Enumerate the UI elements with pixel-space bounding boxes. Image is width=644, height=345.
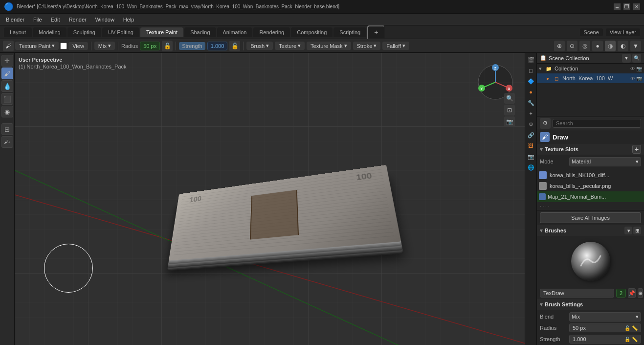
- close-button[interactable]: ✕: [633, 3, 640, 10]
- tab-rendering[interactable]: Rendering: [253, 27, 290, 37]
- shading-material[interactable]: ◑: [605, 41, 616, 51]
- props-icon-bar: ⚙: [540, 118, 551, 129]
- add-slot-button[interactable]: +: [632, 145, 641, 154]
- view-button[interactable]: View: [68, 42, 88, 50]
- zoom-fit-button[interactable]: ⊡: [504, 105, 515, 115]
- tab-modeling[interactable]: Modeling: [33, 27, 67, 37]
- brushes-section: ▾ Brushes ▾ ⊞: [537, 225, 644, 287]
- object-visibility-toggle[interactable]: 👁: [630, 76, 635, 81]
- object-icon[interactable]: ◻: [526, 66, 536, 75]
- tab-scripting[interactable]: Scripting: [333, 27, 366, 37]
- menu-edit[interactable]: Edit: [47, 16, 64, 23]
- tab-uv-editing[interactable]: UV Editing: [102, 27, 139, 37]
- menu-help[interactable]: Help: [119, 16, 138, 23]
- texture-paint-icon[interactable]: 🖼: [526, 141, 536, 151]
- stroke-button[interactable]: Stroke ▾: [353, 42, 381, 50]
- brushes-more-icon[interactable]: ▾: [624, 227, 632, 234]
- outliner-object-row[interactable]: ▸ ◻ North_Korea_100_W 👁 📷: [537, 73, 644, 83]
- physics-icon[interactable]: ⚙: [526, 119, 536, 129]
- tab-layout[interactable]: Layout: [4, 27, 32, 37]
- fill-tool[interactable]: 💧: [1, 80, 13, 92]
- tab-compositing[interactable]: Compositing: [291, 27, 333, 37]
- outliner-filter[interactable]: ▼: [622, 54, 631, 63]
- tab-sculpting[interactable]: Sculpting: [67, 27, 101, 37]
- overlay-toggle[interactable]: ⊙: [567, 41, 577, 51]
- smear-tool[interactable]: ◉: [1, 106, 13, 117]
- strength-lock-icon[interactable]: 🔓: [229, 41, 240, 51]
- texture-button[interactable]: Texture ▾: [275, 42, 305, 50]
- collection-visibility-toggle[interactable]: 👁: [630, 66, 635, 71]
- paint-tool[interactable]: 🖌: [1, 68, 13, 79]
- brush-name-input[interactable]: [540, 289, 614, 298]
- brush-button[interactable]: Brush ▾: [246, 42, 273, 50]
- zoom-in-button[interactable]: 🔍: [504, 93, 515, 104]
- filter-button[interactable]: ▼: [630, 41, 641, 51]
- mix-button[interactable]: Mix ▾: [94, 42, 115, 50]
- modifier-icon[interactable]: 🔧: [526, 98, 536, 108]
- brushes-grid-icon[interactable]: ⊞: [633, 227, 641, 234]
- blend-row: Blend Mix ▾: [540, 312, 641, 322]
- menu-window[interactable]: Window: [91, 16, 118, 23]
- outliner-search[interactable]: 🔍: [632, 54, 641, 63]
- radius-value[interactable]: 50 px: [140, 42, 160, 50]
- constraints-icon[interactable]: 🔗: [526, 130, 536, 140]
- texture-mask-button[interactable]: Texture Mask ▾: [307, 42, 351, 50]
- xray-toggle[interactable]: ◎: [579, 41, 590, 51]
- view-layer-selector[interactable]: View Layer: [606, 28, 640, 36]
- color-tool[interactable]: ⬛: [1, 93, 13, 105]
- world-icon[interactable]: 🌐: [526, 162, 536, 172]
- brushes-header[interactable]: ▾ Brushes ▾ ⊞: [537, 225, 644, 236]
- mode-selector[interactable]: Texture Paint ▾: [15, 42, 59, 50]
- falloff-button[interactable]: Falloff ▾: [382, 42, 409, 50]
- texture-slot-2[interactable]: Map_21_Normal_Bum...: [537, 191, 644, 202]
- extra-tool[interactable]: 🖌+: [1, 136, 13, 148]
- right-panel-content: 📋 Scene Collection ▼ 🔍 ▾ 📁 Collection 👁 …: [536, 53, 644, 345]
- brush-preview: [571, 242, 610, 281]
- brush-settings-header[interactable]: ▾ Brush Settings: [537, 299, 644, 310]
- particles-icon[interactable]: ✦: [526, 109, 536, 118]
- texture-slot-0[interactable]: korea_bills_NK100_diff...: [537, 170, 644, 181]
- mesh-icon[interactable]: 🔷: [526, 76, 536, 86]
- shading-solid[interactable]: ●: [592, 41, 603, 51]
- render-icon[interactable]: 📷: [526, 152, 536, 161]
- camera-button[interactable]: 📷: [504, 116, 515, 127]
- viewport-header: 🖌 Texture Paint ▾ View Mix ▾ Radius 50 p…: [0, 39, 644, 53]
- object-render-toggle[interactable]: 📷: [636, 76, 642, 81]
- collection-label: Collection: [555, 66, 578, 71]
- brush-pin-button[interactable]: 📌: [628, 288, 636, 298]
- scene-icon[interactable]: 🎬: [526, 55, 536, 65]
- texture-slots-header[interactable]: ▾ Texture Slots +: [537, 144, 644, 155]
- tab-animation[interactable]: Animation: [217, 27, 253, 37]
- blend-selector[interactable]: Mix ▾: [569, 312, 641, 322]
- strength-value-props[interactable]: 1.000 🔓 📏: [569, 335, 641, 344]
- properties-search-input[interactable]: [553, 119, 641, 128]
- maximize-button[interactable]: 🗖: [623, 3, 630, 10]
- gizmo-toggle[interactable]: ⊕: [554, 41, 565, 51]
- texture-slot-1[interactable]: korea_bills_-_pecular.png: [537, 181, 644, 191]
- scene-selector[interactable]: Scene: [580, 28, 603, 36]
- shading-rendered[interactable]: ◐: [618, 41, 628, 51]
- clone-tool[interactable]: ⊞: [1, 123, 13, 135]
- outliner-collection-row[interactable]: ▾ 📁 Collection 👁 📷: [537, 64, 644, 73]
- brush-copy-button[interactable]: ⊕: [638, 288, 643, 298]
- tab-shading[interactable]: Shading: [184, 27, 216, 37]
- menu-render[interactable]: Render: [65, 16, 90, 23]
- minimize-button[interactable]: 🗕: [614, 3, 621, 10]
- add-workspace-button[interactable]: +: [367, 25, 385, 39]
- mode-selector[interactable]: Material ▾: [569, 157, 641, 166]
- save-all-images-button[interactable]: Save All Images: [540, 212, 641, 223]
- strength-value[interactable]: 1.000: [207, 42, 228, 50]
- props-settings-icon[interactable]: ⚙: [540, 118, 551, 129]
- navigation-gizmo[interactable]: Z X Y 🔍 ⊡ 📷: [476, 63, 515, 103]
- select-tool[interactable]: ✛: [1, 55, 13, 67]
- 3d-viewport[interactable]: 100 100 User Perspective (1) North_Korea…: [15, 53, 525, 345]
- radius-value-props[interactable]: 50 px 🔓 📏: [569, 323, 641, 332]
- slot-2-name: Map_21_Normal_Bum...: [548, 194, 642, 200]
- tab-texture-paint[interactable]: Texture Paint: [140, 27, 183, 37]
- color-swatch[interactable]: [60, 43, 67, 49]
- menu-blender[interactable]: Blender: [2, 16, 28, 23]
- radius-lock-icon[interactable]: 🔓: [162, 41, 173, 51]
- menu-file[interactable]: File: [29, 16, 46, 23]
- material-icon[interactable]: ●: [526, 87, 536, 97]
- collection-render-toggle[interactable]: 📷: [636, 66, 642, 71]
